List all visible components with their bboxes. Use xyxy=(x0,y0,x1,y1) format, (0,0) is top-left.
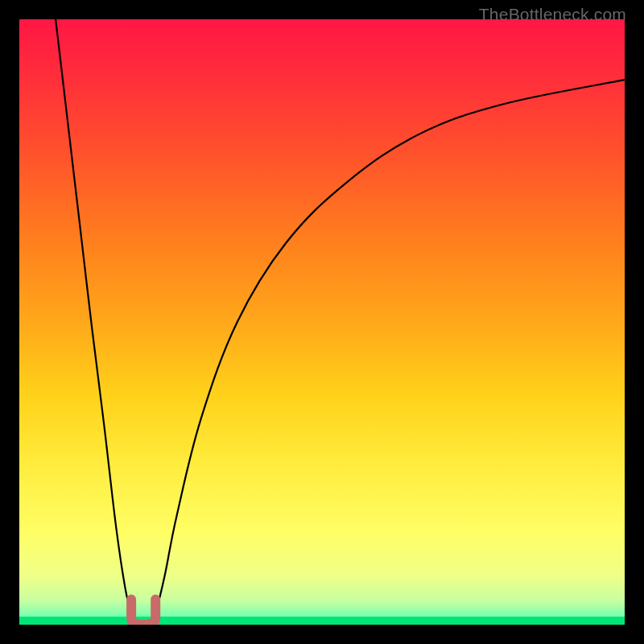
curve-layer xyxy=(19,19,625,625)
watermark-text: TheBottleneck.com xyxy=(479,5,626,24)
minimum-marker xyxy=(131,599,155,625)
curve-right xyxy=(150,80,625,625)
chart-container: TheBottleneck.com xyxy=(0,0,644,644)
plot-area xyxy=(19,19,625,625)
curve-left xyxy=(56,19,138,625)
